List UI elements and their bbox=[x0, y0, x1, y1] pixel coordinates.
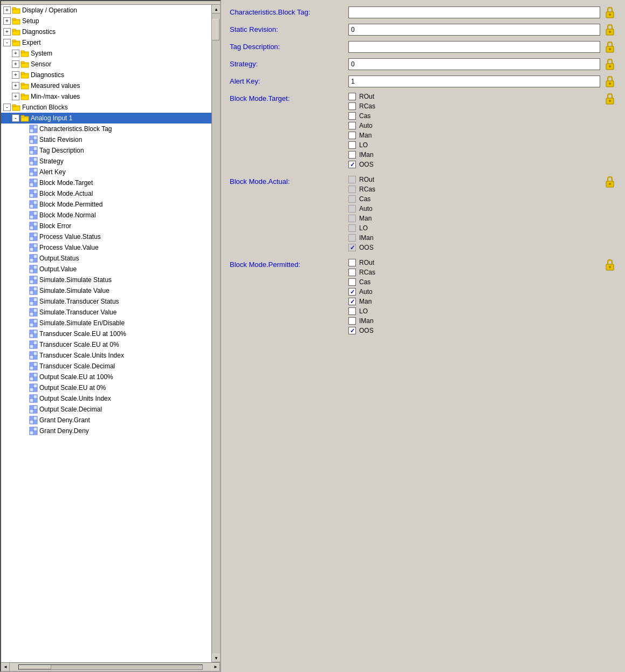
expand-btn-expert[interactable]: - bbox=[3, 39, 11, 46]
tree-item-min-max[interactable]: + Min-/max- values bbox=[1, 91, 211, 102]
scroll-up-arrow[interactable]: ▲ bbox=[212, 5, 220, 13]
field-input-static-revision[interactable] bbox=[348, 24, 600, 36]
expand-btn-sensor[interactable]: + bbox=[12, 60, 19, 68]
checkbox-t-rout[interactable] bbox=[348, 93, 356, 100]
tree-vertical-scrollbar[interactable]: ▲ ▼ bbox=[211, 5, 220, 662]
lock-icon[interactable] bbox=[603, 6, 616, 18]
checkbox-p-iman[interactable] bbox=[348, 317, 356, 325]
tree-container[interactable]: + Display / Operation+ Setup+ Diagnostic… bbox=[1, 5, 211, 662]
tree-item-transducer-decimal[interactable]: Transducer Scale.Decimal bbox=[1, 361, 211, 372]
checkbox-a-man bbox=[348, 215, 356, 222]
tree-item-grant-deny-grant[interactable]: Grant Deny.Grant bbox=[1, 415, 211, 426]
scroll-thumb[interactable] bbox=[212, 19, 219, 40]
tree-item-function-blocks[interactable]: - Function Blocks bbox=[1, 102, 211, 113]
tree-item-transducer-units[interactable]: Transducer Scale.Units Index bbox=[1, 350, 211, 361]
tree-item-simulate-value[interactable]: Simulate.Simulate Value bbox=[1, 285, 211, 296]
tree-item-transducer-eu-100[interactable]: Transducer Scale.EU at 100% bbox=[1, 328, 211, 339]
tree-item-display-op[interactable]: + Display / Operation bbox=[1, 5, 211, 16]
lock-icon[interactable] bbox=[603, 24, 616, 36]
lock-icon[interactable] bbox=[603, 259, 616, 271]
expand-btn-measured-values[interactable]: + bbox=[12, 82, 19, 90]
svg-rect-7 bbox=[12, 29, 16, 31]
lock-icon[interactable] bbox=[603, 176, 616, 188]
checkbox-label-p-rcas: RCas bbox=[359, 269, 375, 276]
checkbox-t-iman[interactable] bbox=[348, 151, 356, 159]
tree-item-sensor[interactable]: + Sensor bbox=[1, 59, 211, 70]
tree-item-process-value-value[interactable]: Process Value.Value bbox=[1, 242, 211, 253]
lock-icon[interactable] bbox=[603, 93, 616, 105]
tree-item-transducer-eu-0[interactable]: Transducer Scale.EU at 0% bbox=[1, 339, 211, 350]
tree-item-block-mode-target[interactable]: Block Mode.Target bbox=[1, 177, 211, 188]
folder-icon bbox=[12, 38, 20, 47]
lock-icon[interactable] bbox=[603, 41, 616, 53]
tree-item-grant-deny-deny[interactable]: Grant Deny.Deny bbox=[1, 426, 211, 436]
checkbox-p-rcas[interactable] bbox=[348, 269, 356, 276]
tree-item-simulate-enable[interactable]: Simulate.Simulate En/Disable bbox=[1, 318, 211, 328]
expand-btn-diagnostics2[interactable]: + bbox=[12, 71, 19, 79]
expand-btn-min-max[interactable]: + bbox=[12, 93, 19, 100]
scroll-left-arrow[interactable]: ◄ bbox=[1, 663, 10, 671]
h-scroll-thumb[interactable] bbox=[19, 665, 51, 669]
tree-item-output-eu-100[interactable]: Output Scale.EU at 100% bbox=[1, 372, 211, 382]
expand-btn-function-blocks[interactable]: - bbox=[3, 104, 11, 111]
checkbox-row-p-rout: ROut bbox=[348, 259, 600, 266]
tree-item-alert-key[interactable]: Alert Key bbox=[1, 167, 211, 177]
tree-item-expert[interactable]: - Expert bbox=[1, 37, 211, 48]
field-input-alert-key[interactable] bbox=[348, 76, 600, 87]
tree-item-block-mode-normal[interactable]: Block Mode.Normal bbox=[1, 210, 211, 221]
checkbox-p-auto[interactable] bbox=[348, 288, 356, 296]
expand-btn-display-op[interactable]: + bbox=[3, 6, 11, 14]
scroll-right-arrow[interactable]: ► bbox=[211, 663, 220, 671]
checkbox-p-rout[interactable] bbox=[348, 259, 356, 266]
tree-item-tag-description[interactable]: Tag Description bbox=[1, 145, 211, 156]
tree-item-setup[interactable]: + Setup bbox=[1, 16, 211, 26]
tree-item-output-units[interactable]: Output Scale.Units Index bbox=[1, 393, 211, 404]
field-input-strategy[interactable] bbox=[348, 58, 600, 70]
checkbox-p-man[interactable] bbox=[348, 298, 356, 305]
tree-item-measured-values[interactable]: + Measured values bbox=[1, 80, 211, 91]
tree-item-diagnostics2[interactable]: + Diagnostics bbox=[1, 70, 211, 80]
tree-item-process-value-status[interactable]: Process Value.Status bbox=[1, 231, 211, 242]
tree-item-output-decimal[interactable]: Output Scale.Decimal bbox=[1, 404, 211, 415]
tree-item-output-eu-0[interactable]: Output Scale.EU at 0% bbox=[1, 382, 211, 393]
expand-btn-setup[interactable]: + bbox=[3, 17, 11, 25]
checkbox-t-man[interactable] bbox=[348, 132, 356, 139]
tree-item-block-mode-actual[interactable]: Block Mode.Actual bbox=[1, 188, 211, 199]
tree-item-simulate-transducer-value[interactable]: Simulate.Transducer Value bbox=[1, 307, 211, 318]
expand-btn-analog-input-1[interactable]: - bbox=[12, 114, 19, 122]
lock-icon[interactable] bbox=[603, 58, 616, 70]
checkbox-row-p-oos: OOS bbox=[348, 327, 600, 334]
field-row-tag-description: Tag Description: bbox=[230, 41, 616, 53]
svg-rect-36 bbox=[30, 126, 33, 128]
tree-item-diagnostics[interactable]: + Diagnostics bbox=[1, 26, 211, 37]
checkbox-t-rcas[interactable] bbox=[348, 102, 356, 110]
tree-item-strategy[interactable]: Strategy bbox=[1, 156, 211, 167]
tree-item-simulate-transducer-status[interactable]: Simulate.Transducer Status bbox=[1, 296, 211, 307]
tree-item-output-status[interactable]: Output.Status bbox=[1, 253, 211, 264]
expand-btn-system[interactable]: + bbox=[12, 50, 19, 57]
checkbox-p-cas[interactable] bbox=[348, 278, 356, 286]
tree-item-analog-input-1[interactable]: - Analog Input 1 bbox=[1, 113, 211, 124]
tree-item-output-value[interactable]: Output.Value bbox=[1, 264, 211, 275]
tree-horizontal-scrollbar[interactable]: ◄ ► bbox=[1, 662, 220, 671]
field-input-tag-description[interactable] bbox=[348, 41, 600, 53]
h-scroll-track[interactable] bbox=[18, 664, 203, 670]
tree-item-block-mode-permitted[interactable]: Block Mode.Permitted bbox=[1, 199, 211, 210]
checkbox-p-lo[interactable] bbox=[348, 307, 356, 315]
tree-item-static-revision[interactable]: Static Revision bbox=[1, 134, 211, 145]
tree-item-simulate-status[interactable]: Simulate.Simulate Status bbox=[1, 275, 211, 285]
tree-item-label-output-decimal: Output Scale.Decimal bbox=[39, 404, 102, 414]
lock-icon[interactable] bbox=[603, 76, 616, 87]
checkbox-t-auto[interactable] bbox=[348, 122, 356, 129]
checkbox-t-lo[interactable] bbox=[348, 141, 356, 149]
field-input-char-block-tag[interactable] bbox=[348, 6, 600, 18]
tree-item-system[interactable]: + System bbox=[1, 48, 211, 59]
checkbox-p-oos[interactable] bbox=[348, 327, 356, 334]
scroll-down-arrow[interactable]: ▼ bbox=[212, 654, 220, 662]
checkbox-t-oos[interactable] bbox=[348, 161, 356, 168]
tree-item-char-block-tag[interactable]: Characteristics.Block Tag bbox=[1, 124, 211, 134]
checkbox-t-cas[interactable] bbox=[348, 112, 356, 120]
tree-item-block-error[interactable]: Block Error bbox=[1, 221, 211, 231]
expand-btn-diagnostics[interactable]: + bbox=[3, 28, 11, 36]
scroll-track[interactable] bbox=[212, 13, 220, 654]
